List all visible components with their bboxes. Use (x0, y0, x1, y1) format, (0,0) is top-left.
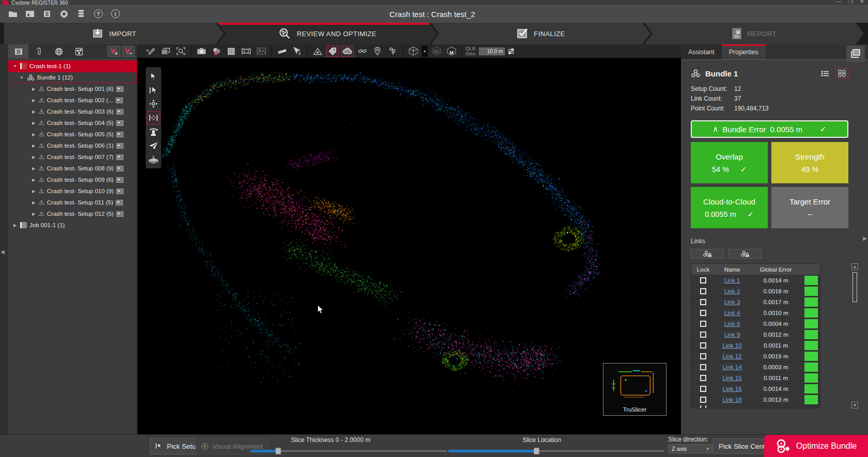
create-bundle-button[interactable] (107, 46, 120, 57)
column-header-name[interactable]: Name (715, 266, 749, 273)
link-name[interactable]: Link 9 (724, 332, 740, 338)
slice-thickness-handle[interactable] (275, 448, 281, 454)
view-cube-dropdown[interactable]: ▾ (422, 45, 428, 57)
tree-item-job[interactable]: ▶ Job 001-1 (1) (8, 219, 137, 231)
tab-assistant[interactable]: Assistant (681, 44, 722, 59)
info-icon[interactable]: i (110, 8, 121, 20)
slice-thickness-slider[interactable] (251, 447, 447, 454)
constrained-pan-tool[interactable] (147, 111, 160, 124)
pick-select-tool[interactable] (147, 83, 160, 97)
measure-button[interactable] (275, 45, 288, 57)
caret-right-icon[interactable]: ▶ (31, 109, 36, 114)
link-lock-checkbox[interactable] (700, 321, 706, 327)
link-name[interactable]: Link 18 (722, 397, 741, 403)
edit-view-button[interactable] (144, 45, 157, 57)
popout-panel-button[interactable] (846, 45, 865, 62)
link-name[interactable]: Link 4 (724, 310, 740, 316)
link-lock-checkbox[interactable] (700, 288, 706, 294)
panorama-view-button[interactable] (240, 45, 253, 57)
unlock-links-button[interactable] (729, 249, 762, 259)
point-cloud-canvas[interactable] (137, 58, 681, 434)
truslicer-tool[interactable] (147, 153, 160, 166)
labels-toggle-button[interactable] (326, 45, 339, 57)
link-lock-checkbox[interactable] (700, 342, 706, 349)
bundle-filter-button[interactable] (386, 45, 399, 57)
lock-links-button[interactable] (691, 249, 724, 259)
links-toggle-button[interactable] (356, 45, 369, 57)
scroll-thumb[interactable] (853, 272, 857, 302)
link-name[interactable]: Link 2 (724, 288, 740, 294)
open-project-button[interactable] (7, 8, 19, 20)
look-around-tool[interactable] (147, 125, 160, 138)
tree-item-setup[interactable]: ▶⚠Crash test- Setup 003 (6) (8, 106, 137, 117)
tree-item-setup[interactable]: ▶⚠Crash test- Setup 006 (1) (8, 140, 137, 151)
optimize-bundle-button[interactable]: Optimize Bundle (764, 435, 868, 457)
caret-right-icon[interactable]: ▶ (31, 212, 36, 216)
link-name[interactable]: Link 15 (722, 375, 741, 381)
caret-right-icon[interactable]: ▶ (31, 87, 36, 91)
tree-item-setup[interactable]: ▶⚠Crash test- Setup 005 (5) (8, 129, 137, 140)
collapse-sidebar-arrow[interactable]: ◀ (1, 249, 5, 255)
caret-right-icon[interactable]: ▶ (31, 132, 36, 137)
tab-project-explorer[interactable] (8, 44, 28, 58)
solid-view-button[interactable] (225, 45, 238, 57)
zoom-selection-button[interactable] (174, 45, 187, 57)
tree-item-setup[interactable]: ▶⚠Crash test- Setup 011 (5) (8, 197, 137, 208)
slice-location-slider[interactable] (448, 447, 664, 454)
caret-right-icon[interactable]: ▶ (31, 189, 36, 194)
caret-right-icon[interactable]: ▶ (31, 200, 36, 205)
link-lock-checkbox[interactable] (700, 299, 706, 305)
caret-right-icon[interactable]: ▶ (31, 178, 36, 182)
link-lock-checkbox[interactable] (700, 386, 706, 392)
tree-item-setup[interactable]: ▶⚠Crash test- Setup 004 (5) (8, 117, 137, 129)
minimize-button[interactable]: — (836, 0, 841, 4)
tab-network[interactable] (69, 44, 89, 58)
list-view-button[interactable] (818, 68, 832, 78)
orbit-tool[interactable] (147, 97, 160, 111)
tree-item-project[interactable]: ▼ Crash test-1 (1) (8, 60, 137, 72)
caret-down-icon[interactable]: ▼ (12, 64, 18, 69)
caret-right-icon[interactable]: ▶ (31, 121, 36, 125)
caret-right-icon[interactable]: ▶ (31, 155, 36, 160)
link-name[interactable]: Link 10 (722, 342, 741, 349)
slice-location-handle[interactable] (534, 448, 539, 454)
workflow-step-review-and-optimize[interactable]: REVIEW AND OPTIMIZE (218, 23, 437, 44)
link-lock-checkbox[interactable] (700, 397, 706, 403)
link-name[interactable]: Link 12 (722, 353, 741, 359)
qlb-size-input[interactable] (479, 48, 505, 55)
tree-item-setup[interactable]: ▶⚠Crash test- Setup 001 (6) (8, 83, 137, 94)
scroll-down-button[interactable]: ▼ (851, 402, 858, 408)
select-tool[interactable] (147, 69, 160, 83)
link-name[interactable]: Link 14 (722, 364, 741, 370)
scroll-up-button[interactable]: ▲ (851, 263, 858, 270)
bundle-error-banner[interactable]: ∧ Bundle Error 0.0055 m ✓ (691, 120, 848, 138)
qlb-adjust-icon[interactable] (507, 48, 515, 54)
setup-markers-button[interactable] (311, 45, 324, 57)
tree-item-setup[interactable]: ▶⚠Crash test- Setup 012 (5) (8, 208, 137, 219)
tree-item-setup[interactable]: ▶⚠Crash test- Setup 008 (9) (8, 163, 137, 174)
caret-right-icon[interactable]: ▶ (31, 98, 36, 103)
caret-right-icon[interactable]: ▶ (31, 144, 36, 148)
tree-item-setup[interactable]: ▶⚠Crash test- Setup 002 (... (8, 94, 137, 106)
link-lock-checkbox[interactable] (700, 375, 706, 381)
view-cube-button[interactable] (407, 45, 420, 57)
help-icon[interactable]: ? (92, 8, 104, 20)
model-cube-button[interactable]: M (445, 45, 458, 57)
link-lock-checkbox[interactable] (700, 353, 706, 359)
tree-item-setup[interactable]: ▶⚠Crash test- Setup 009 (6) (8, 174, 137, 185)
locations-toggle-button[interactable] (371, 45, 384, 57)
column-header-global-error[interactable]: Global Error (749, 266, 802, 273)
workflow-step-import[interactable]: IMPORT (4, 23, 224, 44)
truslicer-window[interactable]: TruSlicer (603, 363, 667, 416)
caret-right-icon[interactable]: ▶ (12, 223, 18, 228)
workflow-step-finalize[interactable]: FINALIZE (431, 23, 650, 44)
expand-panel-arrow[interactable]: ▶ (863, 235, 867, 241)
tab-properties[interactable]: Properties (722, 44, 766, 59)
add-to-bundle-button[interactable] (122, 46, 135, 57)
project-library-button[interactable] (41, 8, 53, 20)
settings-gear-icon[interactable] (58, 8, 70, 20)
point-color-button[interactable] (210, 45, 223, 57)
tree-item-setup[interactable]: ▶⚠Crash test- Setup 010 (9) (8, 185, 137, 197)
tab-map[interactable] (49, 44, 69, 58)
link-lock-checkbox[interactable] (700, 277, 706, 283)
